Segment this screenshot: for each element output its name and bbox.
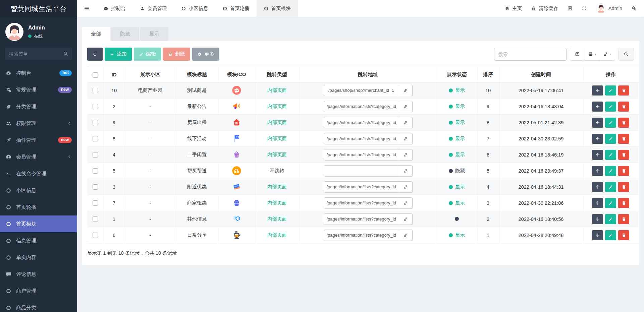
link-button[interactable]: [399, 165, 413, 177]
select-all-checkbox[interactable]: [93, 72, 98, 78]
jump-url-input[interactable]: [324, 101, 399, 112]
row-checkbox[interactable]: [93, 120, 98, 125]
drag-sort-button[interactable]: [592, 118, 603, 128]
topbar-tab-会员管理[interactable]: 会员管理: [133, 0, 174, 17]
sidebar-item-会员管理[interactable]: 会员管理: [0, 148, 77, 165]
search-submit-button[interactable]: [619, 48, 634, 61]
row-checkbox[interactable]: [93, 184, 98, 190]
table-search-input[interactable]: [494, 48, 567, 61]
jump-url-input[interactable]: [324, 230, 399, 241]
row-delete-button[interactable]: [618, 198, 629, 208]
jump-url-input[interactable]: [324, 117, 399, 128]
row-edit-button[interactable]: [605, 85, 616, 96]
row-checkbox[interactable]: [93, 104, 98, 109]
sidebar-item-单页内容[interactable]: 单页内容: [0, 249, 77, 266]
row-delete-button[interactable]: [618, 214, 629, 224]
sidebar-item-首页轮播[interactable]: 首页轮播: [0, 199, 77, 215]
status-badge[interactable]: [455, 217, 459, 221]
sidebar-item-权限管理[interactable]: 权限管理: [0, 115, 77, 132]
status-badge[interactable]: 显示: [449, 103, 465, 110]
link-button[interactable]: [399, 181, 413, 193]
drag-sort-button[interactable]: [592, 198, 603, 208]
jump-url-input[interactable]: [324, 213, 399, 225]
jump-url-input[interactable]: [324, 165, 399, 177]
add-button[interactable]: 添加: [105, 48, 132, 61]
row-delete-button[interactable]: [618, 182, 629, 192]
row-edit-button[interactable]: [605, 102, 616, 112]
drag-sort-button[interactable]: [592, 134, 603, 144]
filter-tab-显示[interactable]: 显示: [140, 27, 168, 41]
status-badge[interactable]: 显示: [449, 151, 465, 158]
drag-sort-button[interactable]: [592, 102, 603, 112]
status-badge[interactable]: 显示: [449, 87, 465, 93]
filter-tab-全部[interactable]: 全部: [82, 27, 110, 41]
topbar-tab-控制台[interactable]: 控制台: [96, 0, 133, 17]
row-edit-button[interactable]: [605, 214, 616, 224]
row-checkbox[interactable]: [93, 216, 98, 222]
link-button[interactable]: [399, 230, 413, 241]
row-edit-button[interactable]: [605, 230, 616, 240]
row-edit-button[interactable]: [605, 118, 616, 128]
drag-sort-button[interactable]: [592, 182, 603, 192]
avatar[interactable]: [5, 23, 23, 41]
sidebar-item-插件管理[interactable]: 插件管理new: [0, 132, 77, 148]
row-delete-button[interactable]: [618, 102, 629, 112]
row-edit-button[interactable]: [605, 166, 616, 176]
topbar-tab-首页模块[interactable]: 首页模块: [257, 0, 298, 17]
status-badge[interactable]: 显示: [449, 200, 465, 206]
row-checkbox[interactable]: [93, 88, 98, 93]
settings-button[interactable]: [631, 6, 637, 11]
drag-sort-button[interactable]: [592, 230, 603, 240]
sidebar-item-商品分类[interactable]: 商品分类: [0, 299, 77, 312]
more-button[interactable]: 更多: [192, 48, 219, 61]
sidebar-item-小区信息[interactable]: 小区信息: [0, 182, 77, 199]
sidebar-item-首页模块[interactable]: 首页模块: [0, 215, 77, 232]
sidebar-item-分类管理[interactable]: 分类管理: [0, 98, 77, 115]
status-badge[interactable]: 显示: [449, 135, 465, 142]
sidebar-item-评论信息[interactable]: 评论信息: [0, 266, 77, 283]
row-checkbox[interactable]: [93, 200, 98, 206]
row-delete-button[interactable]: [618, 85, 629, 96]
topbar-tab-小区信息[interactable]: 小区信息: [174, 0, 215, 17]
row-edit-button[interactable]: [605, 182, 616, 192]
home-link[interactable]: 主页: [504, 5, 522, 12]
sidebar-item-在线命令管理[interactable]: 在线命令管理: [0, 165, 77, 182]
drag-sort-button[interactable]: [592, 166, 603, 176]
status-badge[interactable]: 隐藏: [449, 168, 465, 174]
row-edit-button[interactable]: [605, 150, 616, 160]
jump-url-input[interactable]: [324, 133, 399, 144]
link-button[interactable]: [399, 213, 413, 225]
row-delete-button[interactable]: [618, 134, 629, 144]
jump-url-input[interactable]: [324, 149, 399, 161]
row-delete-button[interactable]: [618, 230, 629, 240]
row-checkbox[interactable]: [93, 168, 98, 174]
export-button[interactable]: [600, 48, 615, 61]
status-badge[interactable]: 显示: [449, 232, 465, 238]
link-button[interactable]: [399, 117, 413, 128]
sidebar-item-商户管理[interactable]: 商户管理: [0, 283, 77, 299]
row-checkbox[interactable]: [93, 136, 98, 141]
delete-button[interactable]: 删除: [163, 48, 190, 61]
drag-sort-button[interactable]: [592, 85, 603, 96]
drag-sort-button[interactable]: [592, 214, 603, 224]
filter-tab-隐藏[interactable]: 隐藏: [111, 27, 139, 41]
user-menu[interactable]: Admin: [596, 3, 622, 13]
status-badge[interactable]: 显示: [449, 119, 465, 126]
sidebar-item-信息管理[interactable]: 信息管理: [0, 232, 77, 249]
drag-sort-button[interactable]: [592, 150, 603, 160]
edit-button[interactable]: 编辑: [134, 48, 161, 61]
row-delete-button[interactable]: [618, 166, 629, 176]
sidebar-search-input[interactable]: [5, 48, 72, 60]
row-delete-button[interactable]: [618, 150, 629, 160]
hamburger-menu-icon[interactable]: [77, 0, 96, 17]
refresh-button[interactable]: [87, 48, 103, 61]
row-delete-button[interactable]: [618, 118, 629, 128]
jump-url-input[interactable]: [324, 181, 399, 193]
docs-button[interactable]: [567, 6, 573, 11]
clear-cache-button[interactable]: 清除缓存: [531, 5, 558, 12]
row-checkbox[interactable]: [93, 152, 98, 158]
columns-button[interactable]: [585, 48, 600, 61]
link-button[interactable]: [399, 85, 413, 96]
row-edit-button[interactable]: [605, 134, 616, 144]
row-edit-button[interactable]: [605, 198, 616, 208]
